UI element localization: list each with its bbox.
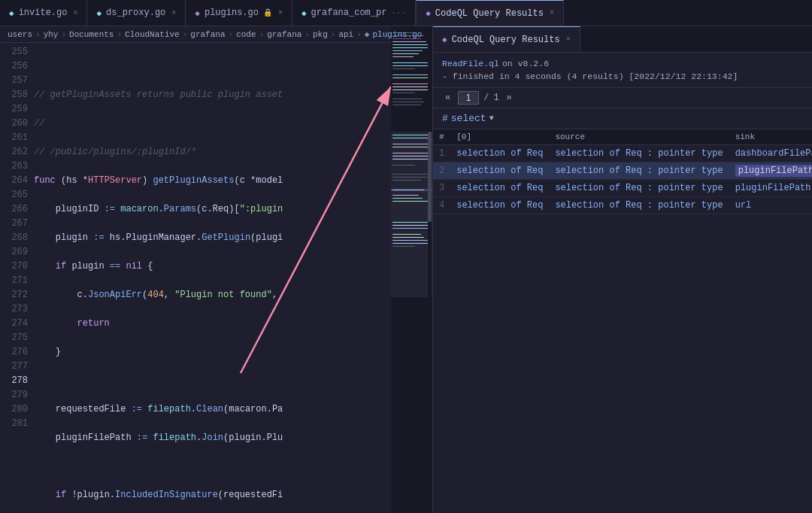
svg-rect-23 (392, 105, 421, 105)
table-row[interactable]: 2selection of Reqselection of Req : poin… (433, 162, 812, 180)
tab-grafana-com[interactable]: ◆ grafana_com_pr ··· (292, 0, 416, 26)
svg-rect-50 (428, 132, 432, 222)
tab-close-icon[interactable]: × (550, 9, 554, 17)
tab-close-codeql[interactable]: × (566, 35, 571, 44)
svg-rect-47 (392, 243, 429, 244)
tab-close-icon[interactable]: × (171, 9, 176, 17)
line-269 (34, 460, 388, 474)
row-source-cell[interactable]: selection of Req : pointer type (549, 162, 729, 180)
page-input[interactable] (458, 91, 479, 105)
more-icon: ··· (391, 8, 406, 17)
line-258: // /public/plugins/:pluginId/* (34, 145, 388, 159)
svg-rect-12 (392, 62, 430, 63)
row-zero-cell[interactable]: selection of Req (450, 162, 549, 180)
svg-rect-19 (392, 90, 430, 90)
line-270: if !plugin.IncludedInSignature(requested… (34, 488, 388, 502)
filter-dropdown-icon[interactable]: ▼ (489, 114, 494, 123)
row-number: 3 (433, 180, 450, 197)
tab-ds-proxy[interactable]: ◆ ds_proxy.go × (87, 0, 186, 26)
tab-close-icon[interactable]: × (73, 9, 77, 17)
table-row[interactable]: 1selection of Reqselection of Req : poin… (433, 145, 812, 162)
codeql-results-tab[interactable]: ◈ CodeQL Query Results × (433, 26, 580, 52)
row-sink-cell[interactable]: pluginFilePath (729, 162, 812, 180)
row-sink-cell[interactable]: pluginFilePath (729, 180, 812, 197)
svg-rect-7 (392, 44, 429, 45)
svg-rect-18 (392, 87, 429, 87)
codeql-icon: ◈ (426, 8, 431, 18)
line-267: requestedFile := filepath.Clean(macaron.… (34, 402, 388, 417)
breadcrumb: users› yhy› Documents› CloudNative› graf… (0, 26, 391, 43)
row-zero-cell[interactable]: selection of Req (450, 145, 549, 162)
codeql-breadcrumb-icon: ◈ (365, 29, 370, 39)
svg-rect-37 (392, 190, 424, 190)
svg-rect-11 (392, 56, 414, 57)
row-sink-cell[interactable]: url (729, 197, 812, 214)
row-sink-cell[interactable]: dashboardFilePath (729, 145, 812, 162)
svg-rect-43 (392, 228, 430, 229)
main-area: users› yhy› Documents› CloudNative› graf… (0, 26, 812, 513)
row-number: 2 (433, 162, 450, 180)
tab-invite[interactable]: ◆ invite.go × (0, 0, 87, 26)
svg-rect-17 (392, 83, 432, 84)
col-sink: sink (729, 129, 812, 145)
go-icon: ◆ (96, 8, 102, 18)
codeql-tab-icon: ◈ (442, 35, 447, 44)
table-row[interactable]: 4selection of Reqselection of Req : poin… (433, 197, 812, 214)
svg-rect-39 (392, 198, 423, 199)
table-header-row: # [0] source sink (433, 129, 812, 145)
minimap (391, 26, 432, 513)
svg-rect-41 (392, 222, 429, 223)
line-265: } (34, 345, 388, 360)
row-source-cell[interactable]: selection of Req : pointer type (549, 180, 729, 197)
svg-rect-20 (392, 93, 415, 93)
svg-rect-30 (392, 156, 429, 156)
svg-rect-48 (392, 246, 415, 247)
svg-rect-42 (392, 225, 432, 226)
prev-page-button[interactable]: « (442, 93, 453, 103)
hash-icon: # (442, 113, 448, 124)
col-num: # (433, 129, 450, 145)
svg-rect-15 (392, 74, 429, 75)
tab-codeql-results[interactable]: ◈ CodeQL Query Results × (416, 0, 564, 26)
svg-rect-32 (392, 165, 415, 165)
svg-rect-38 (392, 195, 419, 196)
row-zero-cell[interactable]: selection of Req (450, 180, 549, 197)
line-266 (34, 374, 388, 388)
svg-rect-46 (392, 240, 430, 241)
svg-rect-8 (392, 47, 430, 48)
codeql-icon: ◈ (195, 8, 200, 18)
line-261: plugin := hs.PluginManager.GetPlugin(plu… (34, 231, 388, 245)
results-data-table: # [0] source sink 1selection of Reqselec… (433, 129, 812, 214)
tab-bar: ◆ invite.go × ◆ ds_proxy.go × ◈ plugins.… (0, 0, 812, 26)
row-number: 4 (433, 197, 450, 214)
svg-rect-29 (392, 153, 432, 153)
line-268: pluginFilePath := filepath.Join(plugin.P… (34, 431, 388, 445)
line-numbers: 255 256 257 258 259 260 261 262 263 264 … (0, 45, 34, 513)
row-source-cell[interactable]: selection of Req : pointer type (549, 197, 729, 214)
svg-rect-21 (392, 99, 423, 99)
svg-rect-28 (392, 147, 430, 147)
svg-rect-25 (392, 135, 430, 135)
codeql-panel: ◈ CodeQL Query Results × ReadFile.ql on … (432, 26, 812, 513)
tab-close-icon[interactable]: × (278, 9, 283, 17)
row-number: 1 (433, 145, 450, 162)
go-icon: ◆ (9, 8, 14, 18)
svg-rect-9 (392, 50, 423, 51)
svg-rect-44 (392, 234, 421, 235)
readfile-link[interactable]: ReadFile.ql (442, 59, 499, 68)
line-262: if plugin == nil { (34, 260, 388, 274)
svg-rect-27 (392, 144, 432, 144)
row-zero-cell[interactable]: selection of Req (450, 197, 549, 214)
line-257: // (34, 117, 388, 131)
svg-rect-16 (392, 77, 430, 78)
svg-rect-35 (392, 180, 421, 181)
tab-plugins[interactable]: ◈ plugins.go 🔒 × (186, 0, 292, 26)
go-icon: ◆ (301, 8, 307, 18)
table-row[interactable]: 3selection of Reqselection of Req : poin… (433, 180, 812, 197)
col-zero: [0] (450, 129, 549, 145)
col-source: source (549, 129, 729, 145)
row-source-cell[interactable]: selection of Req : pointer type (549, 145, 729, 162)
svg-rect-49 (428, 26, 432, 513)
code-panel: users› yhy› Documents› CloudNative› graf… (0, 26, 432, 513)
next-page-button[interactable]: » (504, 93, 515, 103)
